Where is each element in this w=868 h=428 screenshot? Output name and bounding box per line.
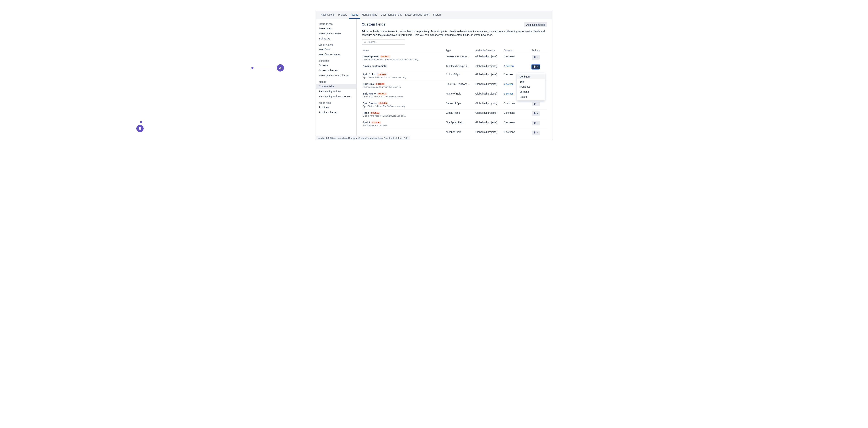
sidebar-item-custom-fields[interactable]: Custom fields	[316, 84, 356, 89]
sidebar-section-screens: SCREENS	[316, 59, 356, 63]
tab-latest-upgrade-report[interactable]: Latest upgrade report	[403, 11, 431, 19]
tab-user-management[interactable]: User management	[379, 11, 403, 19]
sidebar-item-screens[interactable]: Screens	[316, 63, 356, 68]
gear-icon	[533, 103, 536, 106]
column-header-type: Type	[445, 48, 474, 53]
tab-manage-apps[interactable]: Manage apps	[360, 11, 379, 19]
sidebar-section-priorities: PRIORITIES	[316, 101, 356, 105]
sidebar-item-workflow-schemes[interactable]: Workflow schemes	[316, 52, 356, 57]
sidebar-section-fields: FIELDS	[316, 80, 356, 84]
row-actions-button[interactable]	[532, 131, 539, 135]
column-header-available-contexts: Available Contexts	[474, 48, 503, 53]
locked-badge: LOCKED	[371, 121, 381, 124]
dropdown-item-screens[interactable]: Screens	[517, 89, 545, 94]
field-context: Global (all projects)	[474, 71, 503, 81]
sidebar-item-priority-schemes[interactable]: Priority schemes	[316, 110, 356, 115]
top-tabbar: ApplicationsProjectsIssuesManage appsUse…	[316, 11, 552, 19]
chevron-down-icon	[536, 122, 538, 124]
field-name: Rank	[363, 111, 369, 114]
gear-icon	[533, 65, 536, 68]
tab-projects[interactable]: Projects	[336, 11, 349, 19]
field-description: Development Summary Field for Jira Softw…	[363, 58, 443, 61]
annotation-b-badge: B	[136, 125, 144, 132]
sidebar-section-workflows: WORKFLOWS	[316, 43, 356, 47]
dropdown-item-edit[interactable]: Edit	[517, 79, 545, 84]
field-type: Epic Link Relations…	[445, 81, 474, 90]
chevron-down-icon	[536, 56, 538, 59]
table-row: DevelopmentLOCKEDDevelopment Summary Fie…	[362, 53, 547, 63]
locked-badge: LOCKED	[377, 92, 387, 95]
search-icon	[364, 40, 366, 44]
locked-badge: LOCKED	[377, 73, 386, 76]
field-type: Color of Epic	[445, 71, 474, 81]
column-header-actions: Actions	[531, 48, 547, 53]
sidebar-section-issue-types: ISSUE TYPES	[316, 22, 356, 26]
sidebar-item-issue-type-screen-schemes[interactable]: Issue type screen schemes	[316, 73, 356, 78]
field-description: Jira Software sprint field	[363, 124, 443, 127]
search-field-wrap[interactable]	[362, 39, 405, 45]
field-description: Epic Colour Field for Jira Software use …	[363, 76, 443, 79]
field-name: Sprint	[363, 121, 370, 124]
row-actions-button[interactable]	[532, 65, 539, 69]
gear-icon	[533, 122, 536, 125]
search-input[interactable]	[368, 40, 403, 44]
gear-icon	[533, 56, 536, 59]
field-type: Name of Epic	[445, 90, 474, 100]
sidebar-item-field-configurations[interactable]: Field configurations	[316, 89, 356, 94]
row-actions-button[interactable]	[532, 121, 539, 125]
field-description: Epic Status field for Jira Software use …	[363, 105, 443, 108]
locked-badge: LOCKED	[380, 55, 390, 58]
tab-applications[interactable]: Applications	[319, 11, 336, 19]
annotation-a-badge: A	[277, 64, 284, 72]
field-screens: 0 screens	[503, 100, 531, 109]
tab-issues[interactable]: Issues	[349, 11, 360, 19]
field-context: Global (all projects)	[474, 81, 503, 90]
annotation-b-dot	[140, 121, 142, 123]
column-header-name: Name	[362, 48, 445, 53]
field-type: Number Field	[445, 129, 474, 137]
sidebar-item-issue-type-schemes[interactable]: Issue type schemes	[316, 31, 356, 36]
sidebar-item-workflows[interactable]: Workflows	[316, 47, 356, 52]
chevron-down-icon	[536, 112, 538, 115]
dropdown-item-translate[interactable]: Translate	[517, 84, 545, 89]
field-screens[interactable]: 1 screen	[503, 63, 531, 71]
dropdown-item-configure[interactable]: Configure	[517, 74, 545, 79]
locked-badge: LOCKED	[375, 83, 385, 85]
field-screens: 0 screens	[503, 119, 531, 129]
tab-system[interactable]: System	[431, 11, 443, 19]
field-name: Emails custom field	[363, 65, 386, 67]
field-type: Status of Epic	[445, 100, 474, 109]
sidebar: ISSUE TYPESIssue typesIssue type schemes…	[316, 19, 356, 140]
field-screens: 0 screens	[503, 109, 531, 119]
row-actions-button[interactable]	[532, 55, 539, 60]
page-description: Add extra fields to your issues to defin…	[362, 29, 547, 37]
admin-window: ApplicationsProjectsIssuesManage appsUse…	[315, 11, 553, 140]
field-name: Epic Color	[363, 73, 375, 76]
field-context: Global (all projects)	[474, 90, 503, 100]
field-context: Global (all projects)	[474, 53, 503, 63]
page-title: Custom fields	[362, 22, 385, 26]
field-context: Global (all projects)	[474, 63, 503, 71]
sidebar-item-issue-types[interactable]: Issue types	[316, 26, 356, 31]
column-header-screens: Screens	[503, 48, 531, 53]
field-name: Epic Link	[363, 83, 374, 85]
dropdown-item-delete[interactable]: Delete	[517, 94, 545, 99]
sidebar-item-field-configuration-schemes[interactable]: Field configuration schemes	[316, 94, 356, 99]
sidebar-item-priorities[interactable]: Priorities	[316, 105, 356, 110]
field-context: Global (all projects)	[474, 100, 503, 109]
field-screens: 0 screens	[503, 129, 531, 137]
gear-icon	[533, 112, 536, 115]
field-name: Development	[363, 55, 379, 58]
sidebar-item-screen-schemes[interactable]: Screen schemes	[316, 68, 356, 73]
table-row: Number FieldGlobal (all projects)0 scree…	[362, 129, 547, 137]
row-actions-button[interactable]	[532, 111, 539, 116]
chevron-down-icon	[536, 65, 538, 68]
row-actions-dropdown: ConfigureEditTranslateScreensDelete	[517, 73, 545, 101]
add-custom-field-button[interactable]: Add custom field	[524, 22, 547, 27]
field-description: Global rank field for Jira Software use …	[363, 115, 443, 117]
table-row: Emails custom fieldText Field (single li…	[362, 63, 547, 71]
field-name: Epic Status	[363, 102, 376, 105]
row-actions-button[interactable]	[532, 102, 539, 106]
field-description: Choose an epic to assign this issue to.	[363, 86, 443, 88]
sidebar-item-sub-tasks[interactable]: Sub-tasks	[316, 36, 356, 41]
